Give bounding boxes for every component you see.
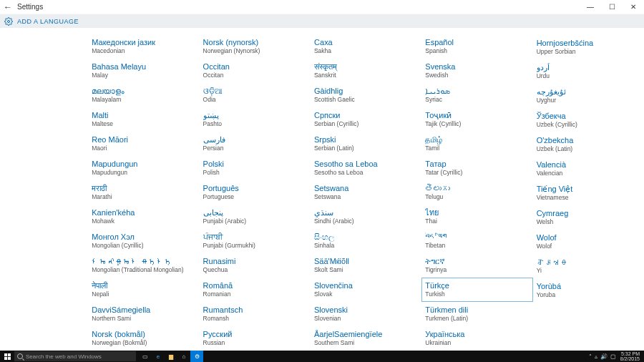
language-item[interactable]: Македонски јазикMacedonian	[88, 34, 199, 59]
language-item[interactable]: RomânăRomanian	[200, 278, 311, 302]
language-native-label: മലയാളം	[92, 87, 195, 96]
language-item[interactable]: ÅarjelSaemiengïeleSouthern Sami	[311, 326, 421, 351]
language-item[interactable]	[0, 52, 31, 59]
language-item[interactable]: ئۇيغۇرچەUyghur	[533, 84, 644, 108]
language-item[interactable]: RunasimiQuechua	[200, 253, 311, 278]
close-button[interactable]: ✕	[623, 0, 644, 14]
explorer-icon[interactable]: ▆	[165, 351, 177, 362]
language-item[interactable]: తెలుగుTelugu	[421, 180, 532, 205]
language-item[interactable]: اُردوUrdu	[533, 59, 644, 84]
language-item[interactable]: བོད་ཡིགTibetan	[421, 229, 532, 253]
language-item[interactable]: MapudungunMapudungun	[88, 156, 199, 180]
language-item[interactable]: YorùbáYoruba	[533, 278, 644, 303]
language-item[interactable]: РусскийRussian	[200, 326, 311, 351]
tray-chevron-icon[interactable]: ˄	[589, 353, 592, 360]
language-item[interactable]: СрпскиSerbian (Cyrillic)	[311, 107, 421, 132]
language-item[interactable]: ܣܘܪܝܝܐSyriac	[421, 83, 532, 107]
language-item[interactable]: OccitanOccitan	[200, 59, 311, 83]
language-item[interactable]: ValenciàValencian	[533, 157, 644, 181]
language-item[interactable]: PolskiPolish	[200, 156, 311, 180]
language-item[interactable]	[0, 99, 31, 107]
taskview-icon[interactable]: ▭	[139, 351, 152, 362]
language-native-label: தமிழ்	[425, 135, 529, 145]
language-item[interactable]: Reo MāoriMaori	[88, 132, 199, 156]
back-button[interactable]: ←	[0, 2, 16, 12]
language-item[interactable]: RumantschRomansh	[200, 302, 311, 326]
language-item[interactable]: ТоҷикӣTajik (Cyrillic)	[421, 107, 532, 132]
language-item[interactable]: PortuguêsPortuguese	[200, 180, 311, 205]
tray-network-icon[interactable]: ▵	[595, 353, 597, 360]
clock[interactable]: 5:32 PM 8/2/2015	[619, 351, 641, 361]
language-english-label: Yi	[537, 267, 640, 275]
language-item[interactable]: O'zbekchaUzbek (Latin)	[533, 132, 644, 157]
language-item[interactable]: संस्कृतम्Sanskrit	[311, 59, 421, 83]
language-item[interactable]: Bahasa MelayuMalay	[88, 59, 199, 83]
language-item[interactable]	[0, 114, 31, 121]
language-item[interactable]: മലയാളംMalayalam	[88, 83, 199, 107]
language-item[interactable]: గో	[0, 35, 31, 52]
language-item[interactable]: GàidhligScottish Gaelic	[311, 83, 421, 107]
language-item[interactable]	[0, 198, 31, 205]
language-item[interactable]: தமிழ்Tamil	[421, 132, 532, 156]
language-item[interactable]: ไทยThai	[421, 205, 532, 229]
language-item[interactable]: नेपालीNepali	[88, 278, 199, 302]
edge-icon[interactable]: e	[152, 351, 165, 362]
language-item[interactable]: SlovenčinaSlovak	[311, 278, 421, 302]
language-item[interactable]: मराठीMarathi	[88, 180, 199, 205]
language-item[interactable]: Türkmen diliTurkmen (Latin)	[421, 302, 532, 326]
language-item[interactable]: li	[0, 83, 31, 99]
language-item[interactable]	[0, 167, 31, 174]
store-icon[interactable]: ⌂	[177, 351, 190, 362]
language-item[interactable]: فارسىPersian	[200, 132, 311, 156]
language-item[interactable]: ꆈꌠꁱꂷYi	[533, 254, 644, 278]
search-input[interactable]: Search the web and Windows	[14, 351, 136, 361]
language-item[interactable]: СахаSakha	[311, 34, 421, 59]
start-button[interactable]	[0, 351, 14, 362]
language-item[interactable]: Norsk (nynorsk)Norwegian (Nynorsk)	[200, 34, 311, 59]
language-item[interactable]: SvenskaSwedish	[421, 59, 532, 83]
language-item[interactable]: سنڌيSindhi (Arabic)	[311, 205, 421, 229]
settings-taskbar-icon[interactable]: ⚙	[190, 351, 203, 362]
language-item[interactable]: DavviSámegiellaNorthern Sami	[88, 302, 199, 326]
language-item[interactable]: uergeschurgish	[0, 205, 31, 230]
language-item[interactable]: Монгол ХэлMongolian (Cyrillic)	[88, 229, 199, 253]
language-item[interactable]: ਪੰਜਾਬੀPunjabi (Gurmukhi)	[200, 229, 311, 253]
language-item[interactable]: WolofWolof	[533, 230, 644, 254]
language-item[interactable]	[0, 135, 31, 142]
language-item[interactable]: wandanda	[0, 59, 31, 83]
language-native-label: नेपाली	[92, 281, 195, 290]
language-item[interactable]: ТатарTatar (Cyrillic)	[421, 156, 532, 180]
language-item[interactable]: HornjoserbšćinaUpper Sorbian	[533, 35, 644, 59]
language-item[interactable]: ЎзбекчаUzbek (Cyrillic)	[533, 108, 644, 132]
language-item[interactable]: SetswanaSetswana	[311, 180, 421, 205]
language-item[interactable]: erbšćinaian	[0, 142, 31, 167]
language-item[interactable]: ትግርኛTigrinya	[421, 253, 532, 278]
language-item[interactable]: TürkçeTurkish	[421, 278, 532, 302]
language-item[interactable]: MaltiMaltese	[88, 107, 199, 132]
language-item[interactable]: SrpskiSerbian (Latin)	[311, 132, 421, 156]
language-item[interactable]: සිංහලSinhala	[311, 229, 421, 253]
language-item[interactable]	[0, 107, 31, 114]
tray-action-icon[interactable]: ▢	[610, 353, 616, 360]
language-item[interactable]	[0, 121, 31, 128]
language-native-label: ଓଡ଼ିଆ	[203, 87, 307, 96]
language-item[interactable]: پښتوPashto	[200, 107, 311, 132]
language-item[interactable]: Sesotho sa LeboaSesotho sa Leboa	[311, 156, 421, 180]
language-item[interactable]: SlovenskiSlovenian	[311, 302, 421, 326]
language-item[interactable]: CymraegWelsh	[533, 205, 644, 230]
language-item[interactable]: УкраїнськаUkrainian	[421, 326, 532, 351]
language-item[interactable]: Norsk (bokmål)Norwegian (Bokmål)	[88, 326, 199, 351]
language-item[interactable]: Kanien'kéhaMohawk	[88, 205, 199, 229]
language-item[interactable]: ଓଡ଼ିଆOdia	[200, 83, 311, 107]
language-item[interactable]: پنجابیPunjabi (Arabic)	[200, 205, 311, 229]
maximize-button[interactable]: ☐	[601, 0, 623, 14]
language-item[interactable]: EspañolSpanish	[421, 34, 532, 59]
minimize-button[interactable]: —	[580, 0, 601, 14]
language-item[interactable]: Tiếng ViệtVietnamese	[533, 181, 644, 205]
language-english-label: Odia	[203, 96, 307, 104]
tray-volume-icon[interactable]: 🔊	[600, 353, 608, 360]
language-item[interactable]	[0, 128, 31, 135]
language-item[interactable]: Sámegiellami	[0, 174, 31, 198]
language-item[interactable]: Sää'MќiõllSkolt Sami	[311, 253, 421, 278]
language-item[interactable]: ᠮᠣᠩᠭᠣᠯ ᠬᠡᠯᠡMongolian (Traditional Mongol…	[88, 253, 199, 278]
